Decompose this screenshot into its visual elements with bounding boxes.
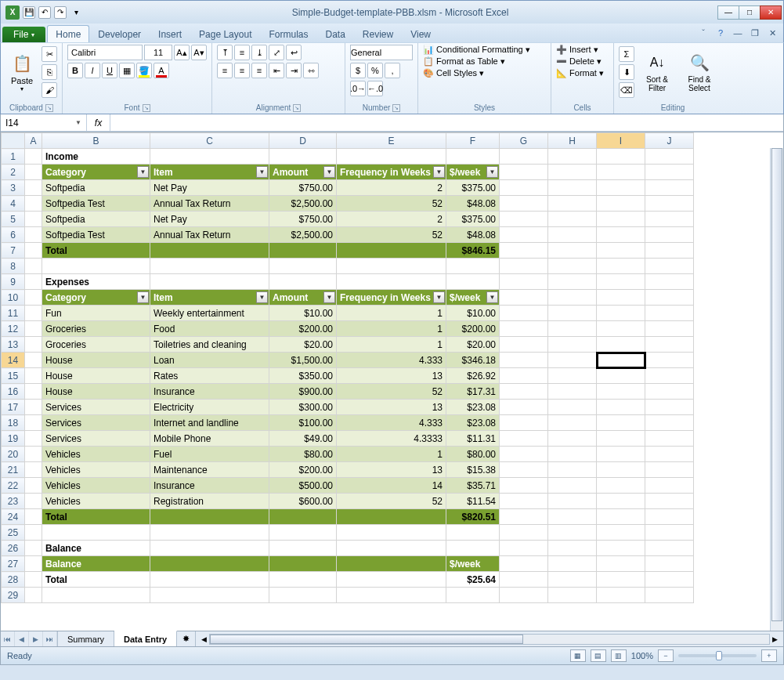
cell[interactable]: Softpedia Test	[42, 227, 150, 243]
cell[interactable]: Toiletries and cleaning	[150, 337, 269, 353]
cell[interactable]: Rates	[150, 368, 269, 384]
cut-button[interactable]: ✂	[42, 46, 57, 62]
cell[interactable]	[548, 243, 597, 259]
tab-view[interactable]: View	[402, 25, 439, 42]
cell[interactable]	[645, 462, 694, 478]
cell[interactable]	[446, 259, 500, 274]
cell[interactable]: Amount▼	[269, 165, 337, 180]
row-header[interactable]: 26	[2, 541, 25, 556]
cell[interactable]	[548, 572, 597, 588]
cell[interactable]: $375.00	[446, 212, 500, 227]
cell[interactable]: 14	[337, 478, 446, 494]
cell[interactable]	[269, 556, 337, 572]
cell[interactable]: Annual Tax Return	[150, 227, 269, 243]
cell[interactable]	[500, 212, 548, 227]
cell[interactable]	[25, 525, 42, 541]
cell[interactable]: $17.31	[446, 384, 500, 400]
accounting-format-button[interactable]: $	[350, 63, 366, 78]
window-minimize-button[interactable]: —	[717, 5, 739, 20]
row-header[interactable]: 22	[2, 478, 25, 494]
filter-dropdown-icon[interactable]: ▼	[323, 291, 335, 303]
cell[interactable]: $346.18	[446, 353, 500, 368]
cell[interactable]	[645, 368, 694, 384]
cell[interactable]	[337, 259, 446, 274]
cell[interactable]	[645, 180, 694, 196]
fill-color-button[interactable]: 🪣	[136, 63, 152, 78]
cell[interactable]: $10.00	[269, 306, 337, 321]
cell[interactable]: House	[42, 368, 150, 384]
filter-dropdown-icon[interactable]: ▼	[433, 291, 445, 303]
cell[interactable]	[500, 541, 548, 556]
cell[interactable]: $11.31	[446, 431, 500, 447]
paste-button[interactable]: 📋 Paste ▾	[5, 45, 38, 98]
cell[interactable]	[150, 556, 269, 572]
cell[interactable]: Total	[42, 509, 150, 525]
row-header[interactable]: 11	[2, 306, 25, 321]
cell[interactable]: Net Pay	[150, 180, 269, 196]
cell[interactable]	[25, 212, 42, 227]
row-header[interactable]: 17	[2, 400, 25, 415]
cell[interactable]	[446, 541, 500, 556]
cell[interactable]: Electricity	[150, 400, 269, 415]
cell[interactable]: Fun	[42, 306, 150, 321]
alignment-launcher-icon[interactable]: ↘	[293, 104, 301, 112]
cell[interactable]: $10.00	[446, 306, 500, 321]
cell[interactable]	[500, 572, 548, 588]
cell[interactable]	[150, 572, 269, 588]
cell[interactable]: 1	[337, 447, 446, 462]
cell[interactable]	[500, 337, 548, 353]
qat-customize-icon[interactable]: ▾	[70, 6, 82, 19]
cell[interactable]: Amount▼	[269, 290, 337, 306]
wrap-text-button[interactable]: ↩	[286, 45, 302, 60]
cell[interactable]	[645, 541, 694, 556]
filter-dropdown-icon[interactable]: ▼	[486, 291, 498, 303]
cell[interactable]	[446, 149, 500, 165]
cell[interactable]: $23.08	[446, 400, 500, 415]
cell[interactable]	[500, 400, 548, 415]
row-header[interactable]: 29	[2, 588, 25, 603]
font-size-input[interactable]	[144, 45, 172, 60]
cell[interactable]: Weekly entertainment	[150, 306, 269, 321]
cell[interactable]: 4.333	[337, 353, 446, 368]
cell[interactable]	[42, 588, 150, 603]
cell[interactable]	[500, 415, 548, 431]
cell[interactable]	[25, 478, 42, 494]
cell-styles-button[interactable]: 🎨 Cell Styles ▾	[423, 68, 484, 78]
cell[interactable]	[337, 274, 446, 290]
decrease-decimal-button[interactable]: ←.0	[367, 81, 383, 96]
window-close-button[interactable]: ✕	[760, 5, 782, 20]
cell[interactable]: Balance	[42, 556, 150, 572]
align-top-button[interactable]: ⤒	[217, 45, 233, 60]
cell[interactable]	[500, 353, 548, 368]
select-all-button[interactable]	[2, 133, 25, 149]
cell[interactable]: $2,500.00	[269, 227, 337, 243]
cell[interactable]	[645, 556, 694, 572]
cell[interactable]	[548, 368, 597, 384]
cell[interactable]	[548, 541, 597, 556]
cell[interactable]: $35.71	[446, 478, 500, 494]
row-header[interactable]: 2	[2, 165, 25, 180]
cell[interactable]	[25, 243, 42, 259]
cell[interactable]	[25, 180, 42, 196]
increase-indent-button[interactable]: ⇥	[286, 63, 302, 78]
row-header[interactable]: 24	[2, 509, 25, 525]
page-layout-view-button[interactable]: ▤	[591, 649, 606, 662]
percent-format-button[interactable]: %	[367, 63, 383, 78]
help-icon[interactable]: ?	[714, 27, 727, 39]
cell[interactable]	[597, 337, 645, 353]
copy-button[interactable]: ⎘	[42, 64, 57, 80]
tab-formulas[interactable]: Formulas	[260, 25, 316, 42]
filter-dropdown-icon[interactable]: ▼	[137, 166, 149, 178]
ribbon-minimize-icon[interactable]: ˇ	[697, 27, 710, 39]
cell[interactable]: 4.3333	[337, 431, 446, 447]
name-box[interactable]: I14▼	[1, 114, 87, 131]
row-header[interactable]: 14	[2, 353, 25, 368]
column-header-G[interactable]: G	[500, 133, 548, 149]
cell[interactable]	[269, 572, 337, 588]
cell[interactable]	[25, 431, 42, 447]
hscroll-left-icon[interactable]: ◀	[199, 635, 209, 643]
cell[interactable]: $350.00	[269, 368, 337, 384]
cell[interactable]	[150, 588, 269, 603]
cell[interactable]	[269, 149, 337, 165]
font-launcher-icon[interactable]: ↘	[143, 104, 150, 112]
